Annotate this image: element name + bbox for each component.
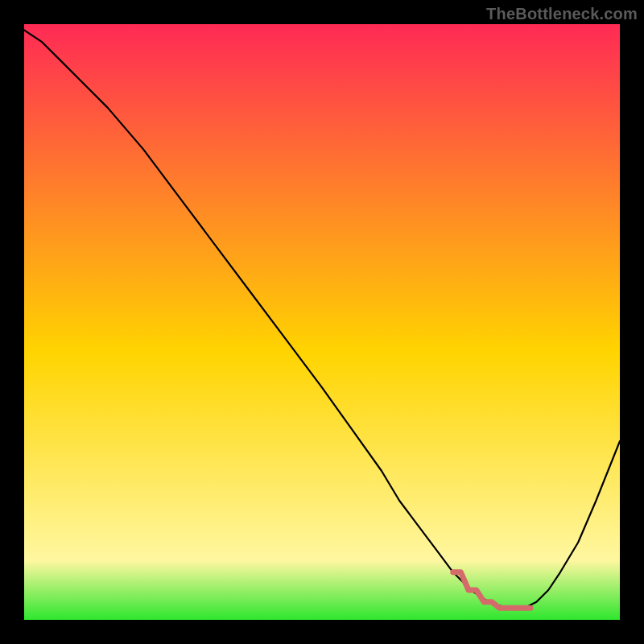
plot-svg bbox=[24, 24, 620, 620]
chart-frame: TheBottleneck.com bbox=[0, 0, 644, 644]
plot-area bbox=[24, 24, 620, 620]
watermark-label: TheBottleneck.com bbox=[486, 5, 638, 23]
